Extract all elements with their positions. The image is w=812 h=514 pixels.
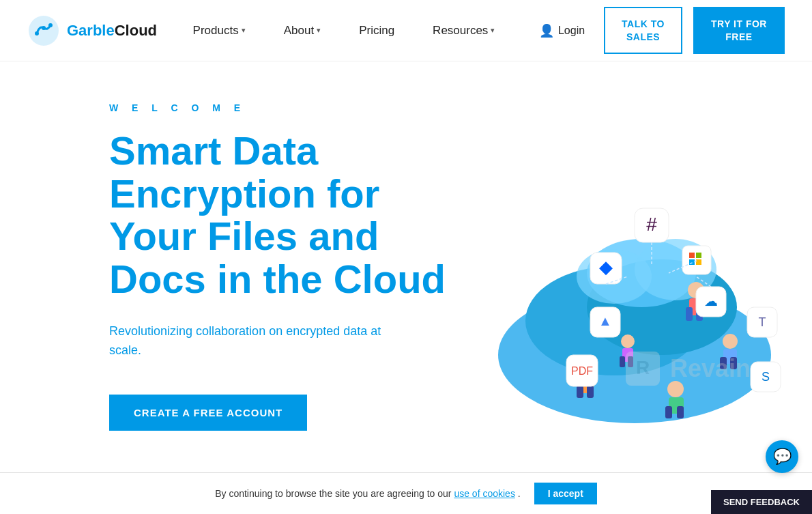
hero-subtext: Revolutionizing collaboration on encrypt… bbox=[109, 322, 396, 361]
chevron-down-icon: ▾ bbox=[242, 26, 246, 35]
svg-rect-36 bbox=[696, 259, 701, 265]
welcome-label: W E L C O M E bbox=[109, 102, 464, 113]
revain-watermark: R Revain bbox=[622, 348, 751, 389]
svg-point-1 bbox=[35, 31, 39, 35]
svg-text:R: R bbox=[636, 357, 650, 378]
svg-rect-33 bbox=[689, 253, 695, 258]
site-header: GarbleCloud Products ▾ About ▾ Pricing R… bbox=[0, 0, 812, 61]
user-icon: 👤 bbox=[539, 23, 554, 38]
svg-point-3 bbox=[48, 23, 53, 27]
hero-content: W E L C O M E Smart Data Encryption for … bbox=[109, 102, 464, 431]
svg-point-0 bbox=[29, 16, 59, 46]
svg-point-14 bbox=[723, 334, 738, 349]
revain-logo-icon: R bbox=[622, 348, 663, 389]
nav-resources[interactable]: Resources ▾ bbox=[414, 0, 514, 61]
revain-text-label: Revain bbox=[670, 354, 751, 383]
nav-about[interactable]: About ▾ bbox=[265, 0, 340, 61]
svg-point-2 bbox=[42, 26, 46, 30]
try-it-free-button[interactable]: TRY IT FOR FREE bbox=[693, 7, 785, 53]
header-actions: 👤 Login TALK TO SALES TRY IT FOR FREE bbox=[531, 7, 785, 53]
hero-headline: Smart Data Encryption for Your Files and… bbox=[109, 130, 464, 301]
svg-rect-24 bbox=[665, 406, 672, 418]
svg-rect-25 bbox=[677, 406, 684, 418]
svg-text:PDF: PDF bbox=[571, 365, 593, 377]
chat-bubble-button[interactable]: 💬 bbox=[766, 440, 798, 473]
svg-text:S: S bbox=[762, 370, 770, 384]
svg-rect-20 bbox=[577, 386, 583, 398]
svg-text:▲: ▲ bbox=[598, 313, 612, 328]
svg-text:T: T bbox=[759, 315, 766, 329]
create-account-button[interactable]: CREATE A FREE ACCOUNT bbox=[109, 395, 307, 431]
nav-products[interactable]: Products ▾ bbox=[174, 0, 265, 61]
logo-text: GarbleCloud bbox=[67, 22, 157, 40]
svg-text:◆: ◆ bbox=[599, 257, 613, 277]
cookie-consent-bar: By continuing to browse the site you are… bbox=[0, 472, 812, 485]
svg-rect-12 bbox=[686, 307, 693, 321]
svg-rect-21 bbox=[587, 386, 594, 398]
talk-to-sales-button[interactable]: TALK TO SALES bbox=[604, 7, 682, 53]
logo-icon bbox=[27, 14, 60, 47]
chat-icon: 💬 bbox=[773, 448, 792, 466]
nav-pricing[interactable]: Pricing bbox=[340, 0, 414, 61]
hero-illustration-container: # ☁ ◆ ▲ T S PDF bbox=[464, 89, 805, 430]
svg-text:☁: ☁ bbox=[704, 294, 718, 309]
login-button[interactable]: 👤 Login bbox=[531, 18, 593, 44]
svg-rect-34 bbox=[696, 253, 701, 258]
main-nav: Products ▾ About ▾ Pricing Resources ▾ bbox=[174, 0, 514, 61]
cookie-accept-button[interactable]: I accept bbox=[534, 483, 597, 485]
svg-text:#: # bbox=[646, 214, 657, 235]
chevron-down-icon: ▾ bbox=[491, 26, 495, 35]
svg-point-26 bbox=[621, 334, 635, 348]
logo-link[interactable]: GarbleCloud bbox=[27, 14, 157, 47]
hero-section: W E L C O M E Smart Data Encryption for … bbox=[0, 61, 812, 485]
chevron-down-icon: ▾ bbox=[317, 26, 321, 35]
